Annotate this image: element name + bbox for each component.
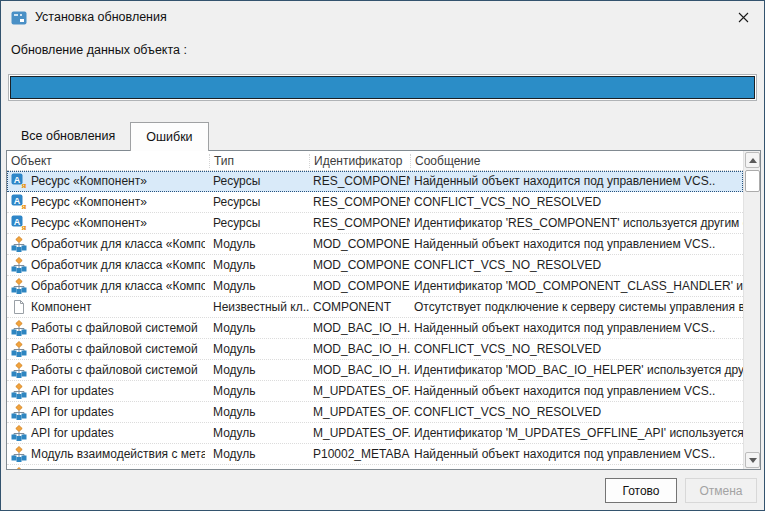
progress-bar <box>8 74 757 101</box>
object-name: Обработчик для класса «Компо... <box>31 258 205 272</box>
module-icon-slot <box>11 278 27 294</box>
table-row[interactable]: Модуль взаимодействия с мета... Модуль P… <box>7 465 743 469</box>
close-button[interactable] <box>728 5 758 29</box>
object-cell: API for updates <box>7 425 209 441</box>
table-row[interactable]: A я Ресурс «Компонент» Ресурсы RES_COMPO… <box>7 171 743 192</box>
identifier-cell: COMPONENT <box>309 300 410 314</box>
table-body: A я Ресурс «Компонент» Ресурсы RES_COMPO… <box>7 171 743 469</box>
object-name: Работы с файловой системой <box>31 363 198 377</box>
message-cell: Отсутствует подключение к серверу систем… <box>410 300 743 314</box>
document-icon-slot <box>11 299 27 315</box>
table-row[interactable]: A я Ресурс «Компонент» Ресурсы RES_COMPO… <box>7 192 743 213</box>
identifier-cell: P10002_METABA... <box>309 447 410 461</box>
table-row[interactable]: API for updates Модуль M_UPDATES_OF... И… <box>7 423 743 444</box>
module-icon <box>11 278 27 294</box>
identifier-cell: MOD_COMPONE... <box>309 258 410 272</box>
object-cell: Работы с файловой системой <box>7 341 209 357</box>
document-icon <box>11 299 27 315</box>
object-name: Модуль взаимодействия с мета... <box>31 468 205 469</box>
object-name: Работы с файловой системой <box>31 321 198 335</box>
table-row[interactable]: Обработчик для класса «Компо... Модуль M… <box>7 276 743 297</box>
triangle-up-icon <box>749 158 757 163</box>
identifier-cell: RES_COMPONENT <box>309 195 410 209</box>
message-cell: CONFLICT_VCS_NO_RESOLVED <box>410 468 743 469</box>
form-window-icon <box>11 10 27 26</box>
table-row[interactable]: Работы с файловой системой Модуль MOD_BA… <box>7 339 743 360</box>
message-cell: Идентификатор 'MOD_COMPONENT_CLASS_HANDL… <box>410 279 743 293</box>
column-header-identifier[interactable]: Идентификатор <box>309 154 410 168</box>
module-icon <box>11 320 27 336</box>
identifier-cell: M_UPDATES_OF... <box>309 405 410 419</box>
object-cell: A я Ресурс «Компонент» <box>7 194 209 210</box>
module-icon <box>11 341 27 357</box>
table-row[interactable]: Компонент Неизвестный кл... COMPONENT От… <box>7 297 743 318</box>
module-icon-slot <box>11 446 27 462</box>
identifier-cell: M_UPDATES_OF... <box>309 426 410 440</box>
table-row[interactable]: A я Ресурс «Компонент» Ресурсы RES_COMPO… <box>7 213 743 234</box>
scroll-up-button[interactable] <box>745 152 760 168</box>
tab-all-updates[interactable]: Все обновления <box>6 122 130 150</box>
message-cell: Найденный объект находится под управлени… <box>410 174 743 188</box>
resource-icon: A я <box>11 215 27 231</box>
scrollbar-thumb[interactable] <box>745 170 760 192</box>
message-cell: Идентификатор 'RES_COMPONENT' использует… <box>410 216 743 230</box>
scroll-down-button[interactable] <box>745 452 760 468</box>
object-cell: Обработчик для класса «Компо... <box>7 236 209 252</box>
type-cell: Неизвестный кл... <box>209 300 309 314</box>
table-row[interactable]: API for updates Модуль M_UPDATES_OF... C… <box>7 402 743 423</box>
object-name: Модуль взаимодействия с мета... <box>31 447 205 461</box>
cancel-button[interactable]: Отмена <box>685 478 757 503</box>
resource-icon: A я <box>11 173 27 189</box>
type-cell: Модуль <box>209 447 309 461</box>
object-name: API for updates <box>31 426 114 440</box>
module-icon <box>11 404 27 420</box>
module-icon-slot <box>11 362 27 378</box>
identifier-cell: MOD_BAC_IO_H... <box>309 342 410 356</box>
done-button[interactable]: Готово <box>605 478 677 503</box>
table-row[interactable]: Обработчик для класса «Компо... Модуль M… <box>7 234 743 255</box>
tab-errors[interactable]: Ошибки <box>130 122 208 151</box>
column-header-object[interactable]: Объект <box>7 154 209 168</box>
svg-text:A: A <box>14 217 21 227</box>
resource-icon-slot: A я <box>11 215 27 231</box>
errors-table: Объект Тип Идентификатор Сообщение A я Р… <box>6 150 761 470</box>
type-cell: Модуль <box>209 405 309 419</box>
module-icon-slot <box>11 404 27 420</box>
table-row[interactable]: API for updates Модуль M_UPDATES_OF... Н… <box>7 381 743 402</box>
table-row[interactable]: Работы с файловой системой Модуль MOD_BA… <box>7 360 743 381</box>
identifier-cell: M_UPDATES_OF... <box>309 384 410 398</box>
close-icon <box>738 12 749 23</box>
table-row[interactable]: Модуль взаимодействия с мета... Модуль P… <box>7 444 743 465</box>
type-cell: Ресурсы <box>209 195 309 209</box>
resource-icon-slot: A я <box>11 173 27 189</box>
module-icon <box>11 383 27 399</box>
window-title: Установка обновления <box>35 10 167 24</box>
table-row[interactable]: Работы с файловой системой Модуль MOD_BA… <box>7 318 743 339</box>
object-name: Ресурс «Компонент» <box>31 195 147 209</box>
object-name: API for updates <box>31 405 114 419</box>
table-header: Объект Тип Идентификатор Сообщение <box>7 151 743 171</box>
column-header-message[interactable]: Сообщение <box>410 154 743 168</box>
message-cell: CONFLICT_VCS_NO_RESOLVED <box>410 405 743 419</box>
module-icon-slot <box>11 341 27 357</box>
object-name: Ресурс «Компонент» <box>31 216 147 230</box>
message-cell: CONFLICT_VCS_NO_RESOLVED <box>410 258 743 272</box>
update-install-dialog: Установка обновления Обновление данных о… <box>0 0 765 511</box>
object-name: API for updates <box>31 384 114 398</box>
progress-label: Обновление данных объекта : <box>11 43 187 57</box>
type-cell: Ресурсы <box>209 216 309 230</box>
module-icon <box>11 467 27 469</box>
object-cell: API for updates <box>7 404 209 420</box>
module-icon-slot <box>11 257 27 273</box>
type-cell: Модуль <box>209 258 309 272</box>
identifier-cell: P10002_METABA... <box>309 468 410 469</box>
column-header-type[interactable]: Тип <box>209 154 309 168</box>
object-name: Обработчик для класса «Компо... <box>31 279 205 293</box>
vertical-scrollbar[interactable] <box>743 151 760 469</box>
type-cell: Модуль <box>209 426 309 440</box>
object-cell: A я Ресурс «Компонент» <box>7 215 209 231</box>
title-bar: Установка обновления <box>1 1 764 33</box>
tab-bar: Все обновления Ошибки <box>6 122 209 151</box>
table-row[interactable]: Обработчик для класса «Компо... Модуль M… <box>7 255 743 276</box>
message-cell: CONFLICT_VCS_NO_RESOLVED <box>410 342 743 356</box>
